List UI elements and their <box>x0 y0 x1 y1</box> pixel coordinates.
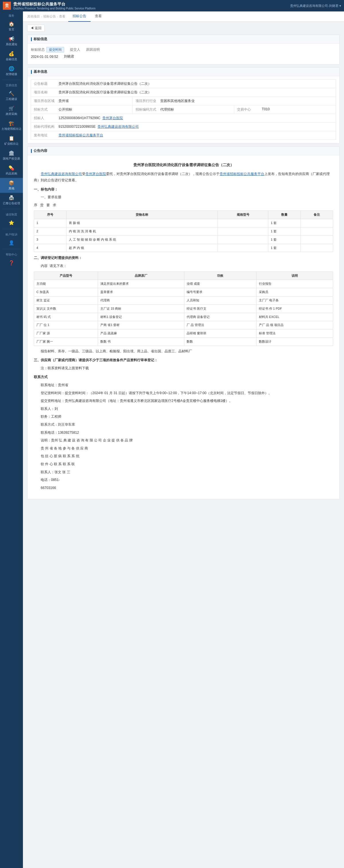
col-qty: 数量 <box>268 211 301 219</box>
sidebar-item-gov-purchase[interactable]: 🛒 政府采购 <box>0 103 23 118</box>
sidebar-item-other[interactable]: 📦 其他 <box>0 178 23 193</box>
contact-person2: 联系人：张文 张 三 <box>34 469 333 475</box>
table-row: 2 内 镜 清 洗 消 毒 机 1 套 <box>34 227 333 236</box>
cell-no-2: 2 <box>34 227 66 236</box>
app-subtitle: Guizhou Province Tendering and Bidding P… <box>13 7 95 10</box>
cell-note-3 <box>301 236 333 244</box>
company-link[interactable]: 贵州弘典建设咨询有限公司 <box>41 172 82 176</box>
tenderee-label: 招标人 <box>34 116 57 121</box>
mat-cell-16: 经证书 作 1 PDF <box>256 305 333 313</box>
mat-cell-19: 代理商 设备登记 <box>184 313 256 321</box>
breadcrumb-item-1[interactable]: 其他项目 <box>27 14 40 19</box>
platform-value[interactable]: 贵州省招标投标公共服务平台 <box>58 133 333 138</box>
announcement-header: 公告内容 <box>28 147 339 155</box>
agent-name[interactable]: 贵州弘典建设咨询有限公司 <box>97 125 139 129</box>
cell-spec-3 <box>218 236 268 244</box>
mat-cell-27: 品研相 窗班班 <box>184 330 256 338</box>
basic-info-card: 基本信息 公告标题 贵州茅台医院消化科消化医疗设备需求调研征集公告（二次） 项目… <box>27 67 340 144</box>
notify-icon: 📢 <box>9 36 14 41</box>
platform-link[interactable]: 贵州省招标投标公共服务平台 <box>220 172 264 176</box>
sidebar-item-credit[interactable]: ⭐ <box>0 218 23 228</box>
mat-cell-32: 数数设计 <box>256 337 333 346</box>
agent-cell: 招标代理机构 91520000722100990SE 贵州弘典建设咨询有限公司 <box>31 122 336 131</box>
tab-view[interactable]: 查看 <box>91 11 106 22</box>
tenderee-value: 12520000836H1H779299C 贵州茅台医院 <box>58 116 333 121</box>
mat-cell-10: 代理商 <box>98 296 184 305</box>
sidebar-item-print[interactable]: 🖨️ 已整公告处理 <box>0 193 23 208</box>
sidebar-label-engineering: 工程建设 <box>6 97 17 101</box>
nav-divider-2 <box>2 209 21 209</box>
tab-bid-announcement[interactable]: 招标公告 <box>68 11 91 22</box>
nav-group-title-service: 服务 <box>0 11 23 19</box>
section2-title: 二、调研登记时需提供的资料： <box>34 255 333 261</box>
col-note: 备注 <box>301 211 333 219</box>
app-title: 贵州省招标投标公共服务平台 <box>13 2 95 7</box>
project-num-cell: 项目名称 贵州茅台医院消化科消化医疗设备需求调研征集公告（二次） <box>31 88 336 97</box>
sidebar-item-links[interactable]: 🌐 友情链接 <box>0 64 23 79</box>
mining-icon: 📋 <box>9 135 14 141</box>
gov-purchase-icon: 🛒 <box>9 106 14 111</box>
mat-cell-2: 满足所提出来的要求 <box>98 280 184 288</box>
project-num-value: 贵州茅台医院消化科消化医疗设备需求调研征集公告（二次） <box>58 90 333 95</box>
mat-cell-25: 厂厂家 源 <box>34 330 98 338</box>
table-row: 厂厂 位 1 产商 省1 督材 厂 品 管理法 产厂 品 领 项目品 <box>34 321 333 330</box>
info-grid: 公告标题 贵州茅台医院消化科消化医疗设备需求调研征集公告（二次） 项目名称 贵州… <box>31 80 336 140</box>
breadcrumb-item-2[interactable]: 招标公告 <box>43 14 56 19</box>
sidebar-item-drug[interactable]: 💊 药品采购 <box>0 163 23 178</box>
mat-cell-22: 产商 省1 督材 <box>98 321 184 330</box>
nav-divider-3 <box>2 229 21 229</box>
basic-info-header: 基本信息 <box>28 68 339 76</box>
sidebar-label-state-assets: 国有产权交易 <box>3 157 20 161</box>
help-icon: ❓ <box>9 260 14 266</box>
nav-group-title-credit: 诚信制度 <box>0 210 23 218</box>
sidebar-item-account[interactable]: 👤 <box>0 238 23 248</box>
logo: 贵 贵州省招标投标公共服务平台 Guizhou Province Tenderi… <box>3 2 95 10</box>
mat-cell-9: 材主 监证 <box>34 296 98 305</box>
section3-title: 三、供应商（厂家或代理商）请提供不少于三项的有效备件产品资料行审单登记： <box>34 357 333 364</box>
cell-note-2 <box>301 227 333 236</box>
sidebar-item-land[interactable]: 🏗️ 土地使用权出让 <box>0 118 23 133</box>
contact-address: 联系地址：贵州省 <box>34 382 333 389</box>
sidebar-label-notify: 系统通知 <box>6 42 17 46</box>
cell-spec-2 <box>218 227 268 236</box>
sidebar-item-notify[interactable]: 📢 系统通知 <box>0 34 23 49</box>
land-icon: 🏗️ <box>9 121 14 126</box>
mat-cell-1: 主功能 <box>34 280 98 288</box>
table-row: 4 超 声 内 镜 1 套 <box>34 244 333 252</box>
mat-cell-3: 业绩 成套 <box>184 280 256 288</box>
platform-cell: 发布地址 贵州省招标投标公共服务平台 <box>31 131 336 140</box>
agent-value: 91520000722100990SE 贵州弘典建设咨询有限公司 <box>58 124 333 129</box>
finance-icon: 💰 <box>9 51 14 56</box>
hospital-link[interactable]: 贵州茅台医院 <box>85 172 106 176</box>
mat-cell-17: 材书 码 式 <box>34 313 98 321</box>
notes-row3: 包 括 心 脏 病 联 系 系 统 <box>34 453 333 460</box>
sidebar-item-state-assets[interactable]: 🏛️ 国有产权交易 <box>0 148 23 163</box>
sidebar-item-help[interactable]: ❓ <box>0 258 23 268</box>
sidebar-item-finance[interactable]: 💰 金融信息 <box>0 49 23 64</box>
mat-cell-11: 人员和知 <box>184 296 256 305</box>
back-button[interactable]: ◀ 返回 <box>27 25 45 32</box>
user-info[interactable]: 贵州弘典建设咨询有限公司-刘财君 ▾ <box>290 4 341 8</box>
sidebar-item-mining[interactable]: 📋 矿业权出让 <box>0 133 23 148</box>
sidebar-label-gov-purchase: 政府采购 <box>6 112 17 116</box>
cell-no-4: 4 <box>34 244 66 252</box>
project-num-label: 项目名称 <box>34 90 57 95</box>
bid-method-label: 招标方式 <box>34 107 57 112</box>
sidebar-item-engineering[interactable]: 🔨 工程建设 <box>0 89 23 103</box>
sidebar-item-home[interactable]: 🏠 首页 <box>0 19 23 34</box>
cell-qty-4: 1 套 <box>268 244 301 252</box>
table-row: 厂厂家 源 产品 蔬蔬麻 品研相 窗班班 标准 管理法 <box>34 330 333 338</box>
mat-cell-24: 产厂 品 领 项目品 <box>256 321 333 330</box>
table-row: 主功能 满足所提出来的要求 业绩 成套 行业报告 <box>34 280 333 288</box>
nav-group-title-help: 帮助中心 <box>0 250 23 258</box>
mat-col-type: 产品型号 <box>34 272 98 280</box>
nav-group-title-account: 账户/投诉 <box>0 230 23 238</box>
tenderee-name[interactable]: 贵州茅台医院 <box>102 116 123 120</box>
announcement-title: 公告内容 <box>33 148 47 153</box>
mat-cell-23: 厂 品 管理法 <box>184 321 256 330</box>
bid-code-method-cell: 招标编码方式 代理招标 <box>133 105 234 114</box>
region-value: 贵州省 <box>58 98 130 103</box>
section2-intro: 内容 请见下表： <box>34 263 333 269</box>
contact-name-row: 联系人：刘 <box>34 406 333 412</box>
home-icon: 🏠 <box>9 21 14 27</box>
